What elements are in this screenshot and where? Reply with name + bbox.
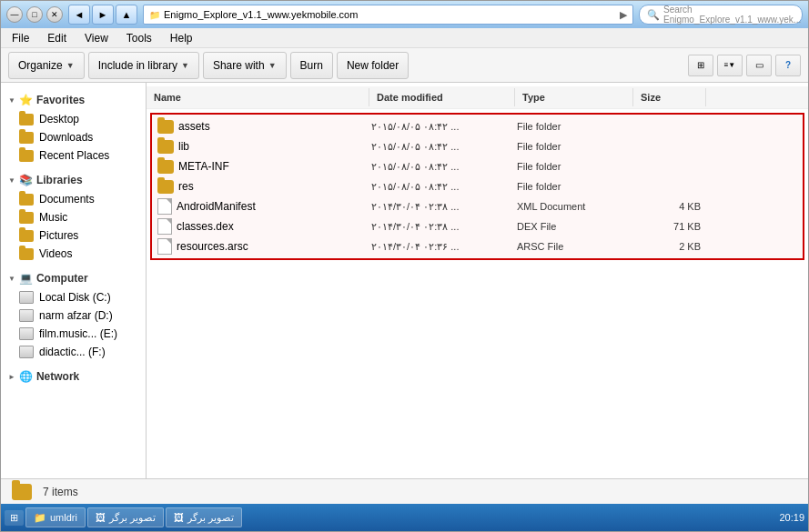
search-bar[interactable]: 🔍 Search Enigmo_Explore_v1.1_www.yek... [639,5,803,25]
share-with-button[interactable]: Share with ▼ [203,52,287,79]
music-label: Music [39,211,67,224]
folder-icon [157,120,174,134]
computer-label: Computer [36,272,88,285]
forward-button[interactable]: ► [92,5,114,25]
new-folder-button[interactable]: New folder [337,52,409,79]
table-row[interactable]: lib ۲۰۱۵/۰۸/۰۵ ۰۸:۴۲ ... File folder [154,136,801,156]
videos-label: Videos [39,247,72,260]
burn-button[interactable]: Burn [290,52,333,79]
file-items-container: assets ۲۰۱۵/۰۸/۰۵ ۰۸:۴۲ ... File folder … [147,109,808,264]
file-date: ۲۰۱۴/۳۰/۰۴ ۰۲:۳۶ ... [371,241,517,253]
view-details-button[interactable]: ≡▼ [717,55,743,76]
table-row[interactable]: META-INF ۲۰۱۵/۰۸/۰۵ ۰۸:۴۲ ... File folde… [154,156,801,176]
address-bar[interactable]: 📁 Enigmo_Explore_v1.1_www.yekmobile.com … [143,5,633,25]
start-button[interactable]: ⊞ [5,510,24,526]
file-name-cell: META-INF [157,160,371,174]
menu-file[interactable]: File [8,30,33,46]
taskbar-item-0[interactable]: 📁 umldri [25,507,86,527]
favorites-label: Favorites [36,94,85,106]
organize-button[interactable]: Organize ▼ [8,52,85,79]
sidebar-item-pictures[interactable]: Pictures [1,226,146,245]
computer-icon: 💻 [19,272,33,285]
file-name: lib [178,140,189,153]
computer-section[interactable]: ▼ 💻 Computer [1,268,146,288]
file-name: resources.arsc [177,240,248,253]
sidebar-item-recent-places[interactable]: Recent Places [1,146,146,165]
menu-help[interactable]: Help [167,30,197,46]
status-folder-icon [12,484,32,500]
table-row[interactable]: assets ۲۰۱۵/۰۸/۰۵ ۰۸:۴۲ ... File folder [154,116,801,136]
sidebar-item-narm-afzar[interactable]: narm afzar (D:) [1,306,146,325]
toolbar: Organize ▼ Include in library ▼ Share wi… [1,48,808,83]
taskbar-item-label: umldri [50,512,77,523]
sidebar-item-downloads[interactable]: Downloads [1,128,146,146]
file-type: File folder [517,181,635,192]
file-name-cell: res [157,180,371,194]
file-type: ARSC File [517,241,635,252]
maximize-button[interactable]: □ [26,6,43,23]
file-name: AndroidManifest [177,200,256,213]
menu-tools[interactable]: Tools [123,30,156,46]
network-section[interactable]: ► 🌐 Network [1,366,146,386]
sidebar-item-videos[interactable]: Videos [1,245,146,263]
table-row[interactable]: classes.dex ۲۰۱۴/۳۰/۰۴ ۰۲:۳۸ ... DEX Fil… [154,216,801,236]
favorites-section[interactable]: ▼ ⭐ Favorites [1,90,146,110]
libraries-label: Libraries [36,174,83,186]
minimize-button[interactable]: — [6,6,23,23]
include-dropdown-icon: ▼ [181,61,189,70]
narm-afzar-icon [19,309,34,322]
table-row[interactable]: resources.arsc ۲۰۱۴/۳۰/۰۴ ۰۲:۳۶ ... ARSC… [154,236,801,256]
desktop-folder-icon [19,114,34,125]
recent-places-folder-icon [19,150,34,162]
sidebar-item-didactic[interactable]: didactic... (F:) [1,343,146,361]
taskbar-item-2[interactable]: 🖼 تصویر برگر [166,507,242,527]
include-in-library-button[interactable]: Include in library ▼ [88,52,199,79]
sidebar-item-film-music[interactable]: film.music... (E:) [1,325,146,343]
up-button[interactable]: ▲ [116,5,137,25]
recent-places-label: Recent Places [39,149,109,162]
menu-view[interactable]: View [81,30,112,46]
libraries-expand-icon: ▼ [8,176,15,185]
sidebar-item-local-disk[interactable]: Local Disk (C:) [1,288,146,306]
preview-pane-button[interactable]: ▭ [746,55,772,76]
column-name[interactable]: Name [147,88,369,106]
column-type[interactable]: Type [515,88,633,106]
main-content: ▼ ⭐ Favorites Desktop Downloads Recent P… [1,83,808,478]
file-name-cell: resources.arsc [157,238,371,255]
help-button[interactable]: ? [775,55,801,76]
film-music-icon [19,327,34,340]
search-placeholder: Search Enigmo_Explore_v1.1_www.yek... [663,5,801,25]
taskbar: ⊞ 📁 umldri 🖼 تصویر برگر 🖼 تصویر برگر 20:… [1,504,808,531]
status-bar: 7 items [1,478,808,504]
menu-edit[interactable]: Edit [44,30,70,46]
column-size[interactable]: Size [633,88,706,106]
file-size: 71 KB [635,221,708,232]
network-expand-icon: ► [8,373,15,381]
network-label: Network [36,370,79,383]
table-row[interactable]: res ۲۰۱۵/۰۸/۰۵ ۰۸:۴۲ ... File folder [154,176,801,196]
videos-folder-icon [19,248,34,260]
table-row[interactable]: AndroidManifest ۲۰۱۴/۳۰/۰۴ ۰۲:۳۸ ... XML… [154,196,801,216]
documents-folder-icon [19,194,34,206]
taskbar-right: 20:19 [779,512,804,523]
address-go-arrow: ▶ [620,9,627,21]
organize-label: Organize [18,59,63,72]
taskbar-folder-icon: 📁 [34,512,46,524]
libraries-section[interactable]: ▼ 📚 Libraries [1,170,146,190]
file-icon [157,238,172,255]
file-name-cell: assets [157,120,371,134]
organize-dropdown-icon: ▼ [66,61,75,70]
taskbar-item-1[interactable]: 🖼 تصویر برگر [87,507,164,527]
share-label: Share with [213,59,265,72]
back-button[interactable]: ◄ [68,5,90,25]
close-button[interactable]: ✕ [46,6,63,23]
music-folder-icon [19,212,34,224]
nav-buttons: ◄ ► ▲ [68,5,137,25]
view-icons-button[interactable]: ⊞ [688,55,713,76]
desktop-label: Desktop [39,113,79,125]
column-date[interactable]: Date modified [369,88,515,106]
taskbar-item-label-2: تصویر برگر [187,512,234,524]
sidebar-item-desktop[interactable]: Desktop [1,110,146,128]
sidebar-item-music[interactable]: Music [1,208,146,226]
sidebar-item-documents[interactable]: Documents [1,190,146,208]
